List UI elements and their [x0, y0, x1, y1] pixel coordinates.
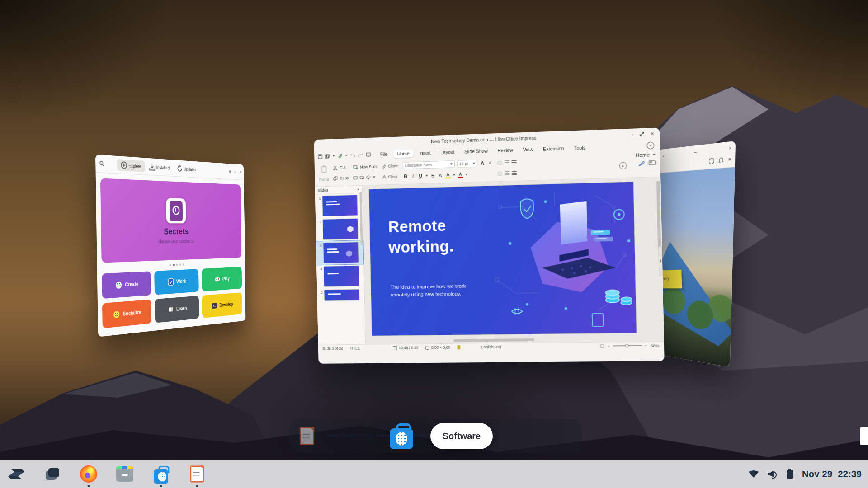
chevron-down-icon[interactable]: ⌄	[662, 153, 665, 158]
clone-formatting-icon[interactable]	[338, 153, 343, 158]
wifi-icon[interactable]	[749, 470, 759, 478]
impress-window[interactable]: New Technology Demo.odp — LibreOffice Im…	[314, 128, 665, 364]
new-slide-button[interactable]: New Slide	[353, 164, 378, 170]
clear-formatting-button[interactable]: Clear	[382, 174, 399, 179]
tab-home[interactable]: Home	[393, 149, 414, 158]
category-create[interactable]: Create	[102, 271, 151, 299]
menu-icon[interactable]: ≡	[728, 157, 731, 162]
cut-button[interactable]: Cut	[333, 165, 349, 170]
volume-icon[interactable]	[768, 470, 778, 478]
tab-view[interactable]: View	[519, 145, 538, 154]
copy-button[interactable]: Copy	[333, 176, 349, 181]
category-play[interactable]: Play	[202, 267, 242, 291]
fit-slide-icon[interactable]	[600, 344, 604, 348]
font-color-button[interactable]: A	[458, 171, 463, 178]
carousel-dot[interactable]	[179, 263, 181, 266]
menu-icon[interactable]: ≡	[229, 169, 231, 174]
slide-thumbnail-4[interactable]: 4	[316, 264, 364, 288]
tab-installed[interactable]: Installed	[146, 161, 173, 174]
dropdown-caret-icon[interactable]	[332, 155, 335, 157]
paste-icon[interactable]	[321, 165, 327, 173]
slide-title[interactable]: Remote working.	[388, 215, 454, 258]
tab-extension[interactable]: Extension	[539, 144, 568, 153]
highlight-color-button[interactable]: A	[445, 172, 451, 178]
language-selector[interactable]: English (en)	[481, 345, 501, 349]
minimize-icon[interactable]: –	[694, 150, 697, 155]
toolbar-overflow-button[interactable]: ▸	[619, 162, 627, 169]
battery-icon[interactable]	[787, 470, 793, 479]
dropdown-caret-icon[interactable]	[373, 176, 376, 178]
display-settings-icon[interactable]	[649, 160, 656, 166]
slide-thumbnail-3-active[interactable]: 3	[316, 240, 363, 265]
featured-app-banner[interactable]: Secrets Manage your passwords	[100, 178, 241, 263]
lasso-shape-icon[interactable]	[366, 175, 371, 180]
underline-button[interactable]: U	[418, 173, 423, 178]
sidebar-toggle-handle[interactable]	[658, 246, 663, 276]
filled-shape-icon[interactable]	[360, 175, 364, 180]
deck-selector[interactable]: Home	[636, 152, 656, 158]
bell-icon[interactable]	[719, 157, 724, 163]
software-launcher[interactable]	[151, 464, 171, 484]
slide-body-text[interactable]: The idea to improve how we work remotely…	[390, 282, 481, 298]
bold-button[interactable]: B	[403, 174, 408, 179]
zoom-slider[interactable]	[613, 345, 642, 347]
minimize-button[interactable]: –	[234, 170, 236, 174]
maximize-button[interactable]	[640, 132, 644, 137]
dropdown-caret-icon[interactable]	[453, 174, 456, 176]
category-learn[interactable]: Learn	[155, 296, 199, 323]
close-button[interactable]: ×	[239, 170, 241, 174]
tab-layout[interactable]: Layout	[436, 148, 458, 157]
align-bottom-button[interactable]	[512, 160, 517, 164]
minimize-button[interactable]: –	[630, 131, 633, 138]
carousel-dot[interactable]	[176, 264, 178, 266]
font-size-combo[interactable]: 18 pt	[457, 160, 478, 168]
tab-tools[interactable]: Tools	[570, 143, 590, 152]
tab-file[interactable]: File	[376, 150, 392, 159]
clock[interactable]: Nov 29 22:39	[802, 469, 862, 479]
tab-explore[interactable]: Explore	[117, 159, 145, 172]
carousel-dot[interactable]	[170, 264, 171, 266]
grow-font-button[interactable]: A	[480, 160, 485, 166]
tab-updates[interactable]: Updates	[174, 163, 199, 175]
dropdown-caret-icon[interactable]	[345, 155, 348, 156]
tab-slide-show[interactable]: Slide Show	[460, 147, 492, 156]
category-work[interactable]: Work	[154, 269, 199, 295]
close-icon[interactable]: ×	[729, 146, 731, 151]
tab-insert[interactable]: Insert	[415, 149, 435, 157]
multitasking-view-button[interactable]	[42, 464, 62, 484]
zoom-level[interactable]: 68%	[651, 343, 660, 348]
align-left-button[interactable]	[497, 171, 502, 175]
slide-thumbnail-1[interactable]: 1	[315, 193, 363, 218]
align-center-button[interactable]	[505, 171, 509, 175]
save-icon[interactable]	[318, 154, 323, 159]
files-launcher[interactable]	[115, 464, 135, 484]
slide-thumbnail-2[interactable]: 2	[316, 217, 363, 242]
close-button[interactable]: ×	[651, 131, 654, 137]
dropdown-caret-icon[interactable]	[465, 174, 468, 175]
zoom-out-button[interactable]: −	[608, 343, 610, 348]
zoom-in-button[interactable]: +	[645, 343, 647, 348]
slide-thumbnail-5[interactable]: 5	[317, 287, 364, 302]
draw-pencil-icon[interactable]	[638, 160, 645, 166]
rectangle-shape-icon[interactable]	[353, 176, 358, 180]
align-top-button[interactable]	[497, 160, 502, 164]
carousel-dot-active[interactable]	[173, 264, 175, 266]
impress-ghost-icon[interactable]	[298, 426, 316, 446]
impress-launcher[interactable]	[187, 464, 207, 484]
font-name-combo[interactable]: Liberation Sans	[403, 160, 455, 169]
software-window[interactable]: Explore Installed Updates ≡ – ×	[95, 155, 245, 337]
software-switcher-icon[interactable]	[390, 423, 413, 449]
redo-icon[interactable]	[358, 152, 363, 157]
search-icon[interactable]	[99, 160, 104, 167]
formatting-marks-button[interactable]: A	[438, 173, 443, 178]
category-socialize[interactable]: Socialize	[102, 300, 151, 328]
center-vertical-button[interactable]	[505, 160, 509, 164]
dropdown-caret-icon[interactable]	[425, 175, 428, 177]
vertical-scrollbar[interactable]	[656, 181, 661, 250]
close-icon[interactable]: ×	[357, 187, 359, 192]
zoom-slider-knob[interactable]	[625, 344, 629, 347]
shield-icon[interactable]	[709, 158, 714, 164]
tab-review[interactable]: Review	[493, 146, 517, 155]
firefox-launcher[interactable]	[79, 464, 99, 484]
paste-label[interactable]: Paste	[319, 177, 329, 182]
